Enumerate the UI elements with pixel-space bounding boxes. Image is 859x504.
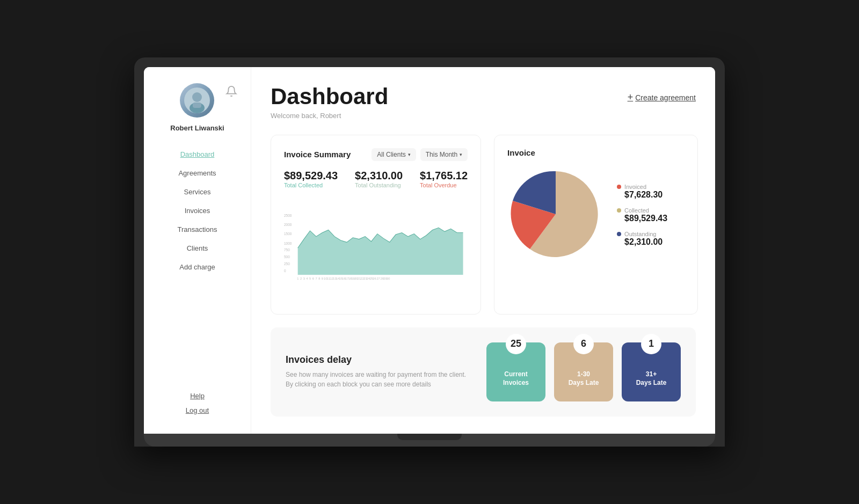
page-title: Dashboard: [271, 84, 388, 109]
stat-outstanding-amount: $2,310.00: [355, 170, 403, 182]
delay-card-31-plus[interactable]: 1 31+Days Late: [622, 342, 681, 401]
nav-menu: Dashboard Agreements Services Invoices T…: [144, 145, 251, 377]
legend-label-outstanding: Outstanding: [624, 231, 656, 237]
bell-icon[interactable]: [225, 85, 237, 97]
svg-text:750: 750: [284, 248, 290, 252]
help-link[interactable]: Help: [179, 389, 215, 403]
invoice-card-body: Invoiced $7,628.30 Collected $89,529.43: [507, 166, 685, 265]
legend-item-collected: Collected $89,529.43: [617, 207, 667, 223]
filter-group: All Clients ▾ This Month ▾: [372, 148, 468, 161]
legend-label-collected: Collected: [624, 207, 649, 214]
sidebar: Robert Liwanski Dashboard Agreements Ser…: [144, 67, 251, 433]
delay-card-number-31-plus: 1: [641, 334, 661, 354]
svg-text:250: 250: [284, 262, 290, 266]
sidebar-item-add-charge[interactable]: Add charge: [144, 258, 251, 276]
legend-amount-collected: $89,529.43: [624, 214, 667, 223]
invoice-summary-title: Invoice Summary: [284, 150, 351, 159]
sidebar-item-agreements[interactable]: Agreements: [144, 164, 251, 182]
user-name: Robert Liwanski: [170, 124, 224, 132]
stat-overdue-amount: $1,765.12: [420, 170, 468, 182]
create-agreement-label: Create agreement: [635, 93, 696, 102]
stat-collected-label: Total Collected: [284, 182, 338, 188]
svg-text:27: 27: [376, 277, 380, 280]
legend-dot-collected: [617, 208, 621, 213]
chart-legend: Invoiced $7,628.30 Collected $89,529.43: [617, 184, 667, 247]
sidebar-item-clients[interactable]: Clients: [144, 239, 251, 258]
invoices-delay-section: Invoices delay See how many invoices are…: [271, 327, 696, 417]
delay-title: Invoices delay: [286, 354, 469, 366]
svg-text:7: 7: [315, 277, 317, 280]
svg-point-1: [192, 92, 202, 102]
avatar: [180, 83, 214, 118]
delay-card-1-30[interactable]: 6 1-30Days Late: [554, 342, 613, 401]
page-title-block: Dashboard Welcome back, Robert: [271, 84, 388, 119]
stat-outstanding: $2,310.00 Total Outstanding: [355, 170, 403, 188]
delay-card-number-current: 25: [506, 334, 526, 354]
laptop-base: [144, 434, 715, 447]
user-profile: Robert Liwanski: [170, 83, 224, 132]
svg-text:8: 8: [318, 277, 320, 280]
area-chart: 2500 2000 1500 1000 750 500 250 0: [284, 197, 468, 301]
stat-outstanding-label: Total Outstanding: [355, 182, 403, 188]
legend-amount-invoiced: $7,628.30: [624, 190, 667, 200]
laptop-frame: Robert Liwanski Dashboard Agreements Ser…: [134, 57, 725, 446]
laptop-notch: [397, 434, 462, 440]
svg-text:2500: 2500: [284, 214, 292, 217]
svg-text:3: 3: [303, 277, 305, 280]
delay-card-label-1-30: 1-30Days Late: [569, 370, 599, 387]
pie-chart-container: [507, 166, 604, 265]
svg-text:26: 26: [373, 277, 376, 280]
nav-bottom: Help Log out: [175, 378, 220, 418]
dashboard-grid: Invoice Summary All Clients ▾ This Month…: [271, 135, 696, 315]
sidebar-item-invoices[interactable]: Invoices: [144, 201, 251, 220]
chart-area-path: [298, 228, 463, 275]
chevron-down-icon-2: ▾: [460, 152, 462, 157]
legend-label-invoiced: Invoiced: [624, 184, 646, 190]
plus-icon: +: [628, 92, 634, 103]
svg-text:2000: 2000: [284, 223, 292, 227]
legend-amount-outstanding: $2,310.00: [624, 237, 667, 247]
invoice-pie-card: Invoice: [494, 135, 698, 315]
delay-description: See how many invoices are waiting for pa…: [286, 370, 469, 389]
svg-text:1000: 1000: [284, 241, 292, 245]
delay-card-label-31-plus: 31+Days Late: [636, 370, 667, 387]
legend-item-invoiced: Invoiced $7,628.30: [617, 184, 667, 200]
page-header: Dashboard Welcome back, Robert + Create …: [271, 84, 696, 119]
legend-dot-outstanding: [617, 232, 621, 236]
create-agreement-button[interactable]: + Create agreement: [628, 84, 696, 103]
invoice-card-title: Invoice: [507, 148, 685, 157]
filter-clients-label: All Clients: [377, 151, 405, 158]
delay-card-label-current: CurrentInvoices: [503, 370, 529, 387]
delay-card-current[interactable]: 25 CurrentInvoices: [486, 342, 545, 401]
stats-row: $89,529.43 Total Collected $2,310.00 Tot…: [284, 170, 468, 188]
filter-period-button[interactable]: This Month ▾: [420, 148, 468, 161]
chevron-down-icon: ▾: [408, 152, 411, 157]
pie-chart-svg: [507, 166, 604, 262]
stat-collected: $89,529.43 Total Collected: [284, 170, 338, 188]
invoice-summary-header: Invoice Summary All Clients ▾ This Month…: [284, 148, 468, 161]
page-subtitle: Welcome back, Robert: [271, 112, 388, 120]
delay-cards: 25 CurrentInvoices 6 1-30Days Late 1 31+…: [486, 342, 681, 401]
logout-link[interactable]: Log out: [175, 403, 220, 418]
svg-text:1500: 1500: [284, 232, 292, 236]
chart-svg: 2500 2000 1500 1000 750 500 250 0: [284, 197, 468, 299]
svg-text:500: 500: [284, 255, 290, 259]
svg-text:30: 30: [387, 277, 390, 280]
stat-overdue-label: Total Overdue: [420, 182, 468, 188]
invoice-summary-card: Invoice Summary All Clients ▾ This Month…: [271, 135, 481, 315]
filter-clients-button[interactable]: All Clients ▾: [372, 148, 416, 161]
svg-text:2: 2: [300, 277, 302, 280]
stat-overdue: $1,765.12 Total Overdue: [420, 170, 468, 188]
sidebar-item-dashboard[interactable]: Dashboard: [144, 145, 251, 164]
delay-text: Invoices delay See how many invoices are…: [286, 354, 469, 389]
svg-text:4: 4: [306, 277, 308, 280]
main-content: Dashboard Welcome back, Robert + Create …: [251, 67, 715, 433]
svg-text:9: 9: [322, 277, 323, 280]
svg-text:6: 6: [312, 277, 314, 280]
delay-card-number-1-30: 6: [573, 334, 594, 354]
sidebar-item-transactions[interactable]: Transactions: [144, 220, 251, 239]
sidebar-item-services[interactable]: Services: [144, 182, 251, 201]
stat-collected-amount: $89,529.43: [284, 170, 338, 182]
laptop-screen: Robert Liwanski Dashboard Agreements Ser…: [144, 67, 715, 433]
svg-text:0: 0: [284, 268, 286, 272]
